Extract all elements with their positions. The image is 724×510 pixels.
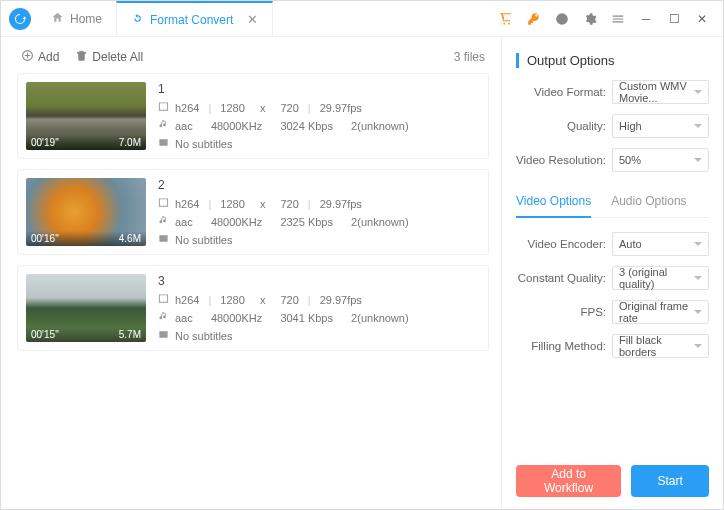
trash-icon (75, 49, 88, 65)
fill-select[interactable]: Fill black borders (612, 334, 709, 358)
file-item[interactable]: 00'19"7.0M 1 h264|1280 x 720|29.97fps aa… (17, 73, 489, 159)
filesize: 4.6M (119, 233, 141, 244)
tab-audio-options[interactable]: Audio Options (611, 194, 686, 217)
audio-icon (158, 215, 169, 228)
filesize: 5.7M (119, 329, 141, 340)
duration: 00'15" (31, 329, 59, 340)
quality-label: Quality: (516, 120, 606, 132)
menu-icon[interactable] (609, 10, 627, 28)
subtitle-icon (158, 329, 169, 342)
file-count: 3 files (454, 50, 485, 64)
video-icon (158, 101, 169, 114)
cq-label: Constant Quality: (516, 272, 606, 284)
resolution-label: Video Resolution: (516, 154, 606, 166)
resolution-select[interactable]: 50% (612, 148, 709, 172)
history-icon[interactable] (553, 10, 571, 28)
duration: 00'16" (31, 233, 59, 244)
cart-icon[interactable] (497, 10, 515, 28)
fps-label: FPS: (516, 306, 606, 318)
add-to-workflow-button[interactable]: Add to Workflow (516, 465, 621, 497)
file-name: 3 (158, 274, 480, 288)
key-icon[interactable] (525, 10, 543, 28)
settings-icon[interactable] (581, 10, 599, 28)
app-logo (9, 8, 31, 30)
encoder-select[interactable]: Auto (612, 232, 709, 256)
maximize-button[interactable]: ☐ (665, 10, 683, 28)
thumbnail: 00'15"5.7M (26, 274, 146, 342)
tab-convert-label: Format Convert (150, 13, 233, 27)
cq-select[interactable]: 3 (original quality) (612, 266, 709, 290)
file-name: 1 (158, 82, 480, 96)
quality-select[interactable]: High (612, 114, 709, 138)
tab-home-label: Home (70, 12, 102, 26)
fill-label: Filling Method: (516, 340, 606, 352)
home-icon (51, 11, 64, 27)
video-format-select[interactable]: Custom WMV Movie... (612, 80, 709, 104)
delete-all-label: Delete All (92, 50, 143, 64)
duration: 00'19" (31, 137, 59, 148)
delete-all-button[interactable]: Delete All (75, 49, 143, 65)
add-label: Add (38, 50, 59, 64)
audio-icon (158, 119, 169, 132)
start-button[interactable]: Start (631, 465, 709, 497)
tab-format-convert[interactable]: Format Convert ✕ (116, 1, 273, 37)
filesize: 7.0M (119, 137, 141, 148)
file-item[interactable]: 00'15"5.7M 3 h264|1280 x 720|29.97fps aa… (17, 265, 489, 351)
convert-icon (131, 12, 144, 28)
add-button[interactable]: Add (21, 49, 59, 65)
minimize-button[interactable]: ─ (637, 10, 655, 28)
close-button[interactable]: ✕ (693, 10, 711, 28)
plus-icon (21, 49, 34, 65)
fps-select[interactable]: Original frame rate (612, 300, 709, 324)
subtitle-icon (158, 233, 169, 246)
subtitle-icon (158, 137, 169, 150)
audio-icon (158, 311, 169, 324)
file-name: 2 (158, 178, 480, 192)
close-icon[interactable]: ✕ (247, 12, 258, 27)
tab-home[interactable]: Home (37, 1, 116, 37)
tab-video-options[interactable]: Video Options (516, 194, 591, 218)
thumbnail: 00'16"4.6M (26, 178, 146, 246)
encoder-label: Video Encoder: (516, 238, 606, 250)
thumbnail: 00'19"7.0M (26, 82, 146, 150)
video-icon (158, 197, 169, 210)
svg-point-0 (503, 22, 505, 24)
output-options-title: Output Options (516, 53, 709, 68)
svg-point-1 (508, 22, 510, 24)
video-format-label: Video Format: (516, 86, 606, 98)
video-icon (158, 293, 169, 306)
file-item[interactable]: 00'16"4.6M 2 h264|1280 x 720|29.97fps aa… (17, 169, 489, 255)
